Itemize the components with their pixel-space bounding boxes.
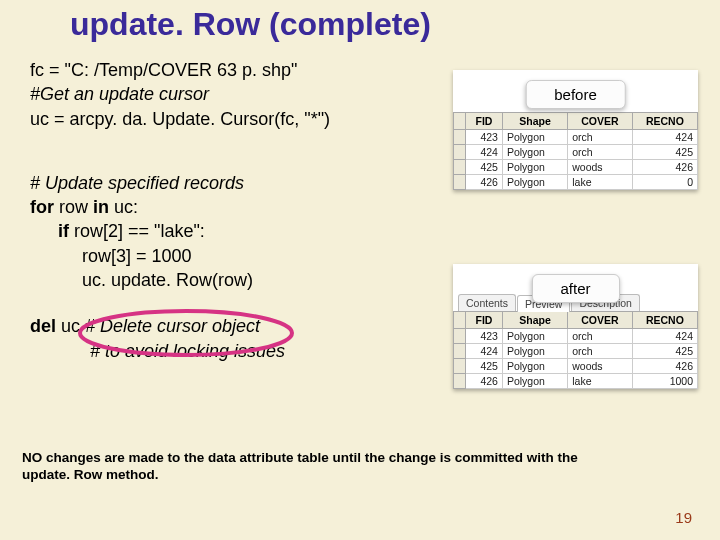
attr-table-before: FID Shape COVER RECNO 423Polygonorch424 …	[453, 112, 698, 190]
col-header: FID	[466, 312, 503, 329]
code-comment: # Update specified records	[30, 171, 430, 195]
cell: Polygon	[502, 344, 567, 359]
code-text: row	[54, 197, 93, 217]
table-row: 423Polygonorch424	[454, 329, 698, 344]
table-row: 425Polygonwoods426	[454, 160, 698, 175]
tab-contents[interactable]: Contents	[458, 294, 516, 311]
cell: Polygon	[502, 359, 567, 374]
table-row: 424Polygonorch425	[454, 145, 698, 160]
code-text: row[2] == "lake":	[69, 221, 205, 241]
col-header: COVER	[568, 113, 632, 130]
code-line: fc = "C: /Temp/COVER 63 p. shp"	[30, 58, 430, 82]
col-header: RECNO	[632, 312, 697, 329]
page-number: 19	[675, 509, 692, 526]
cell: 426	[632, 359, 697, 374]
code-line: uc. update. Row(row)	[30, 268, 430, 292]
cell: orch	[568, 130, 632, 145]
cell: 424	[466, 344, 503, 359]
cell: orch	[568, 329, 632, 344]
cell: 425	[466, 160, 503, 175]
table-row: 426Polygonlake1000	[454, 374, 698, 389]
cell: 425	[466, 359, 503, 374]
col-header: RECNO	[632, 113, 697, 130]
table-row: 424Polygonorch425	[454, 344, 698, 359]
cell: orch	[568, 344, 632, 359]
cell: Polygon	[502, 130, 567, 145]
svg-point-0	[80, 311, 292, 355]
cell: 425	[632, 344, 697, 359]
cell: Polygon	[502, 145, 567, 160]
cell: 426	[632, 160, 697, 175]
cell: woods	[568, 359, 632, 374]
cell: 423	[466, 329, 503, 344]
keyword-del: del	[30, 316, 56, 336]
cell: Polygon	[502, 374, 567, 389]
cell: Polygon	[502, 160, 567, 175]
col-header: FID	[466, 113, 503, 130]
cell: 423	[466, 130, 503, 145]
cell: Polygon	[502, 175, 567, 190]
row-selector-head	[454, 113, 466, 130]
label-after: after	[531, 274, 619, 303]
col-header: Shape	[502, 312, 567, 329]
cell: 426	[466, 374, 503, 389]
table-before: before FID Shape COVER RECNO 423Polygono…	[453, 70, 698, 190]
cell: 426	[466, 175, 503, 190]
code-text: uc:	[109, 197, 138, 217]
label-before: before	[525, 80, 626, 109]
cell: 1000	[632, 374, 697, 389]
cell: 424	[632, 329, 697, 344]
slide-title: update. Row (complete)	[70, 6, 431, 43]
cell: lake	[568, 175, 632, 190]
cell: Polygon	[502, 329, 567, 344]
table-row: 426Polygonlake0	[454, 175, 698, 190]
cell: 0	[632, 175, 697, 190]
cell: orch	[568, 145, 632, 160]
cell: 424	[632, 130, 697, 145]
table-row: 425Polygonwoods426	[454, 359, 698, 374]
table-row: 423Polygonorch424	[454, 130, 698, 145]
row-selector-head	[454, 312, 466, 329]
keyword-in: in	[93, 197, 109, 217]
table-after: after Contents Preview Description FID S…	[453, 264, 698, 389]
highlight-circle	[75, 306, 297, 360]
cell: 424	[466, 145, 503, 160]
footnote: NO changes are made to the data attribut…	[22, 450, 582, 484]
col-header: COVER	[568, 312, 632, 329]
code-line: if row[2] == "lake":	[30, 219, 430, 243]
code-line: row[3] = 1000	[30, 244, 430, 268]
cell: woods	[568, 160, 632, 175]
cell: lake	[568, 374, 632, 389]
code-comment: #Get an update cursor	[30, 82, 430, 106]
keyword-if: if	[58, 221, 69, 241]
col-header: Shape	[502, 113, 567, 130]
code-line: uc = arcpy. da. Update. Cursor(fc, "*")	[30, 107, 430, 131]
attr-table-after: FID Shape COVER RECNO 423Polygonorch424 …	[453, 311, 698, 389]
keyword-for: for	[30, 197, 54, 217]
cell: 425	[632, 145, 697, 160]
code-line: for row in uc:	[30, 195, 430, 219]
